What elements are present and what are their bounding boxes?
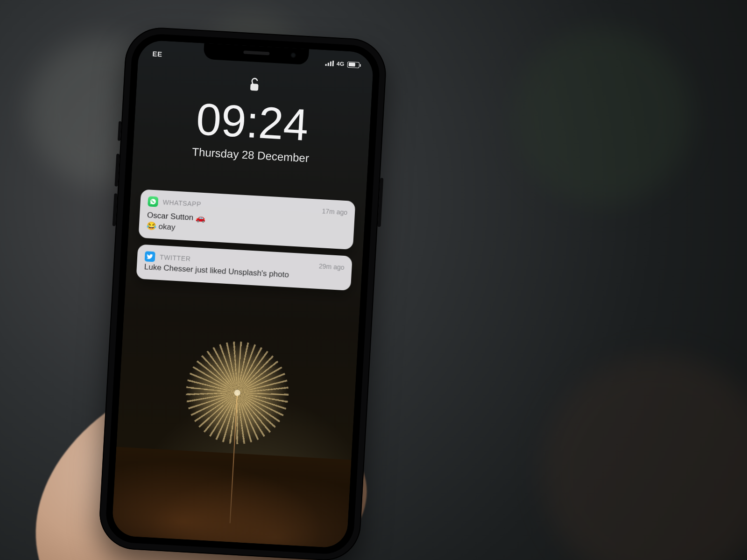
notification-time: 17m ago (322, 207, 347, 216)
signal-strength-icon (325, 60, 334, 66)
notification-whatsapp[interactable]: WHATSAPP 17m ago Oscar Sutton 🚗 😂 okay (138, 189, 355, 250)
phone: EE 4G 09:24 Thursday 28 December (98, 26, 388, 560)
power-button (377, 178, 383, 227)
volume-down-button (113, 193, 118, 226)
network-type-label: 4G (336, 60, 345, 67)
earpiece-speaker (243, 50, 269, 55)
battery-icon (347, 61, 359, 68)
lock-screen[interactable]: EE 4G 09:24 Thursday 28 December (112, 40, 374, 548)
notification-time: 29m ago (319, 262, 345, 271)
whatsapp-icon (148, 196, 158, 207)
carrier-label: EE (152, 49, 162, 58)
notification-stack: WHATSAPP 17m ago Oscar Sutton 🚗 😂 okay T… (136, 189, 355, 290)
background-blur (514, 28, 691, 205)
notification-app-name: WHATSAPP (162, 198, 201, 208)
notification-app-name: TWITTER (160, 253, 191, 263)
unlocked-padlock-icon (247, 77, 261, 95)
background-blur (542, 355, 747, 560)
lock-screen-header: 09:24 Thursday 28 December (133, 68, 373, 168)
notification-twitter[interactable]: TWITTER 29m ago Luke Chesser just liked … (136, 244, 352, 291)
mute-switch (118, 121, 121, 141)
front-camera (291, 53, 296, 58)
svg-rect-0 (250, 84, 259, 91)
twitter-icon (145, 251, 155, 262)
